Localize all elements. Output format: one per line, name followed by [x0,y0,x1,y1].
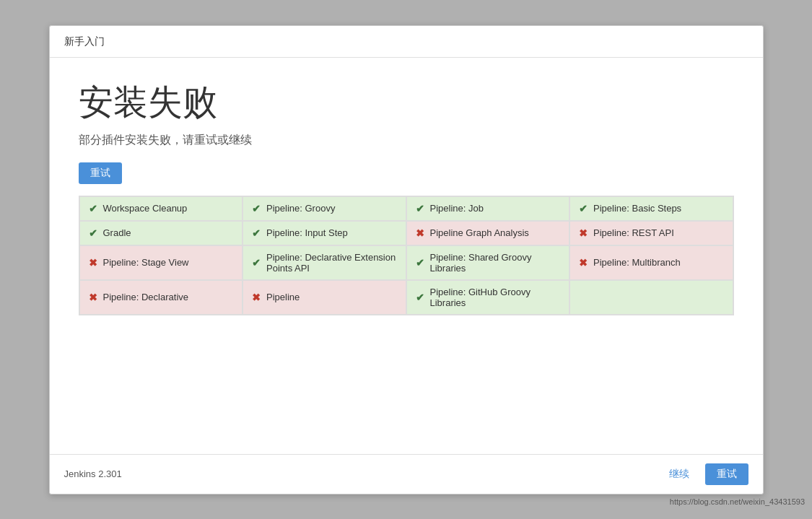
dialog-header: 新手入门 [50,26,763,58]
dialog-footer: Jenkins 2.301 继续 重试 [50,454,763,494]
x-icon: ✖ [416,227,424,239]
plugin-cell: ✖Pipeline: Multibranch [569,245,733,280]
x-icon: ✖ [89,292,97,303]
url-hint: https://blog.csdn.net/weixin_43431593 [670,497,805,506]
plugin-name: Pipeline: REST API [593,227,674,238]
plugin-cell: ✖Pipeline: Declarative [79,280,243,315]
page-subtitle: 部分插件安装失败，请重试或继续 [79,133,734,148]
plugin-cell: ✔Pipeline: Input Step [243,221,406,245]
plugin-grid: ✔Workspace Cleanup✔Pipeline: Groovy✔Pipe… [79,196,734,315]
check-icon: ✔ [416,203,424,214]
plugin-cell: ✔Pipeline: Declarative Extension Points … [243,245,406,280]
check-icon: ✔ [416,257,424,269]
plugin-name: Pipeline: Multibranch [593,257,681,268]
check-icon: ✔ [579,203,588,214]
plugin-name: Pipeline: Groovy [266,203,335,214]
plugin-name: Workspace Cleanup [103,203,188,214]
plugin-name: Gradle [103,227,131,238]
check-icon: ✔ [252,227,261,239]
plugin-name: Pipeline: Job [430,203,484,214]
check-icon: ✔ [89,227,97,239]
plugin-cell: ✖Pipeline Graph Analysis [406,221,570,245]
footer-actions: 继续 重试 [660,463,748,485]
plugin-name: Pipeline Graph Analysis [430,227,529,238]
check-icon: ✔ [416,292,424,303]
plugin-cell: ✔Gradle [79,221,243,245]
plugin-cell: ✖Pipeline: REST API [569,221,733,245]
page-title: 安装失败 [79,79,734,126]
main-dialog: 新手入门 安装失败 部分插件安装失败，请重试或继续 重试 ✔Workspace … [49,25,764,494]
retry-button-top[interactable]: 重试 [79,162,122,184]
header-title: 新手入门 [64,35,105,47]
plugin-name: Pipeline: GitHub Groovy Libraries [430,287,561,308]
plugin-name: Pipeline: Declarative [103,292,189,302]
plugin-name: Pipeline: Shared Groovy Libraries [430,252,561,274]
plugin-cell-empty [569,280,733,315]
x-icon: ✖ [252,292,261,303]
retry-button-footer[interactable]: 重试 [705,463,748,485]
plugin-cell: ✔Pipeline: Shared Groovy Libraries [406,245,570,280]
check-icon: ✔ [89,203,97,214]
plugin-cell: ✖Pipeline [243,280,406,315]
plugin-name: Pipeline [266,292,300,302]
check-icon: ✔ [252,203,261,214]
jenkins-version: Jenkins 2.301 [64,468,122,479]
plugin-cell: ✔Pipeline: Job [406,196,570,221]
plugin-cell: ✔Pipeline: GitHub Groovy Libraries [406,280,570,315]
x-icon: ✖ [89,257,97,269]
plugin-cell: ✖Pipeline: Stage View [79,245,243,280]
plugin-name: Pipeline: Stage View [103,257,189,268]
plugin-name: Pipeline: Basic Steps [593,203,681,214]
x-icon: ✖ [579,227,588,239]
continue-button[interactable]: 继续 [660,463,698,485]
plugin-name: Pipeline: Declarative Extension Points A… [266,252,397,274]
dialog-body: 安装失败 部分插件安装失败，请重试或继续 重试 ✔Workspace Clean… [50,58,763,454]
plugin-cell: ✔Pipeline: Groovy [243,196,406,221]
plugin-name: Pipeline: Input Step [266,227,348,238]
plugin-cell: ✔Workspace Cleanup [79,196,243,221]
x-icon: ✖ [579,257,588,269]
check-icon: ✔ [252,257,261,269]
plugin-cell: ✔Pipeline: Basic Steps [569,196,733,221]
